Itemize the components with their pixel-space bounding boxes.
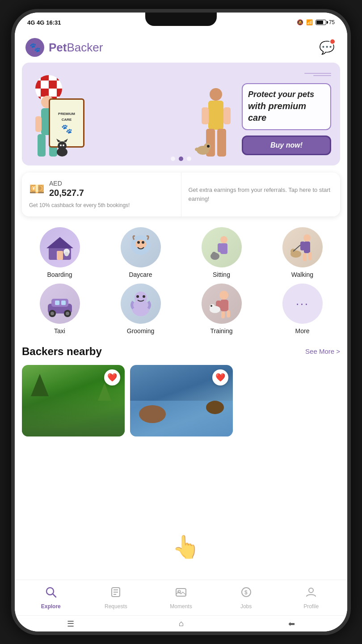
logo-icon: 🐾 xyxy=(25,38,44,57)
heart-button-2[interactable]: ❤️ xyxy=(212,369,228,386)
svg-line-43 xyxy=(293,245,300,251)
service-circle-training xyxy=(202,284,242,324)
nav-label-jobs: Jobs xyxy=(240,603,252,610)
app-header: 🐾 PetBacker 💬 xyxy=(15,32,347,63)
more-dots-icon: ··· xyxy=(296,297,309,311)
svg-rect-51 xyxy=(61,301,66,305)
nav-label-requests: Requests xyxy=(105,603,127,610)
app-content: 🐾 PetBacker 💬 xyxy=(15,32,347,580)
svg-point-49 xyxy=(66,312,69,315)
svg-point-16 xyxy=(60,144,62,146)
dot-3 xyxy=(187,157,191,161)
svg-point-62 xyxy=(210,304,215,309)
nav-icon-requests xyxy=(109,586,122,602)
svg-marker-23 xyxy=(46,237,73,248)
services-grid: BoardingDaycareSittingWalkingTaxiGroomin… xyxy=(22,227,340,335)
earnings-value: 20,527.7 xyxy=(49,188,84,198)
dot-1 xyxy=(171,157,175,161)
backer-card-1[interactable]: ❤️ xyxy=(22,365,125,436)
nav-item-requests[interactable]: Requests xyxy=(84,586,149,610)
wifi-icon: 📶 xyxy=(306,19,313,25)
earnings-right[interactable]: Get extra earnings from your referrals. … xyxy=(181,173,341,216)
svg-point-56 xyxy=(219,291,228,300)
service-label-taxi: Taxi xyxy=(54,327,65,335)
svg-rect-33 xyxy=(218,243,222,252)
svg-point-6 xyxy=(210,88,222,101)
service-circle-more: ··· xyxy=(282,284,323,324)
service-label-daycare: Daycare xyxy=(129,271,152,278)
service-item-taxi[interactable]: Taxi xyxy=(22,284,97,335)
svg-line-65 xyxy=(53,594,56,597)
services-section: BoardingDaycareSittingWalkingTaxiGroomin… xyxy=(15,224,347,338)
logo-emoji: 🐾 xyxy=(29,42,41,53)
backers-title: Backers nearby xyxy=(22,345,102,358)
service-item-training[interactable]: Training xyxy=(184,284,259,335)
bottom-nav: ExploreRequestsMoments$JobsProfile xyxy=(15,580,347,615)
svg-rect-9 xyxy=(217,129,226,157)
svg-rect-70 xyxy=(176,589,186,596)
svg-point-48 xyxy=(51,312,54,315)
svg-point-31 xyxy=(220,236,227,243)
svg-rect-11 xyxy=(223,107,231,124)
nav-item-jobs[interactable]: $Jobs xyxy=(214,586,279,610)
chat-button[interactable]: 💬 xyxy=(317,38,337,57)
status-icons: 🔕 📶 75 xyxy=(297,19,335,25)
svg-marker-14 xyxy=(56,139,61,142)
svg-point-53 xyxy=(132,300,150,316)
nav-label-moments: Moments xyxy=(170,603,192,610)
service-item-grooming[interactable]: Grooming xyxy=(103,284,178,335)
system-bar: ☰ ⌂ ⬅ xyxy=(15,615,347,631)
service-label-walking: Walking xyxy=(291,271,313,278)
service-item-sitting[interactable]: Sitting xyxy=(184,227,259,278)
phone-screen: 4G 4G 16:31 🔕 📶 75 🐾 xyxy=(15,13,347,631)
home-button[interactable]: ⌂ xyxy=(179,619,184,628)
carrier-time: 4G 4G 16:31 xyxy=(27,19,61,26)
nav-item-moments[interactable]: Moments xyxy=(148,586,214,610)
earnings-card[interactable]: 💴 AED 20,527.7 Get 10% cashback for ever… xyxy=(22,173,340,216)
banner-title: Protect your pets with premium care xyxy=(248,89,325,123)
backers-grid: ❤️ ❤️ xyxy=(22,365,340,436)
svg-point-20 xyxy=(195,148,199,151)
nav-label-profile: Profile xyxy=(303,603,319,610)
battery-icon xyxy=(316,20,326,25)
svg-rect-45 xyxy=(51,299,68,307)
service-item-boarding[interactable]: Boarding xyxy=(22,227,97,278)
heart-icon-1: ❤️ xyxy=(107,373,117,382)
svg-point-21 xyxy=(207,145,210,148)
banner-inner: PREMIUM CARE 🐾 xyxy=(22,63,340,165)
svg-point-64 xyxy=(46,588,54,595)
svg-rect-10 xyxy=(202,107,209,124)
svg-rect-4 xyxy=(35,116,42,132)
service-item-walking[interactable]: Walking xyxy=(265,227,340,278)
battery-label: 75 xyxy=(329,19,335,25)
service-circle-grooming xyxy=(121,284,161,324)
nav-icon-moments xyxy=(175,586,187,602)
service-label-sitting: Sitting xyxy=(213,271,230,278)
see-more-link[interactable]: See More > xyxy=(305,347,340,355)
menu-button[interactable]: ☰ xyxy=(67,619,74,629)
svg-rect-7 xyxy=(208,101,223,130)
nav-item-explore[interactable]: Explore xyxy=(18,586,84,610)
service-circle-walking xyxy=(282,227,323,267)
nav-icon-profile xyxy=(305,586,317,602)
banner-section[interactable]: PREMIUM CARE 🐾 xyxy=(22,63,340,165)
svg-point-63 xyxy=(210,305,212,307)
banner-dots xyxy=(171,157,191,161)
svg-point-13 xyxy=(58,141,67,150)
service-label-more: More xyxy=(295,327,310,335)
service-item-daycare[interactable]: Daycare xyxy=(103,227,178,278)
svg-rect-60 xyxy=(227,310,230,318)
back-button[interactable]: ⬅ xyxy=(288,619,295,629)
service-circle-taxi xyxy=(40,284,80,324)
earnings-sub-text: Get 10% cashback for every 5th bookings! xyxy=(29,202,174,209)
svg-point-26 xyxy=(64,252,69,256)
svg-rect-39 xyxy=(303,253,307,261)
svg-point-74 xyxy=(309,588,313,593)
nav-item-profile[interactable]: Profile xyxy=(278,586,344,610)
buy-now-button[interactable]: Buy now! xyxy=(242,136,331,155)
service-item-more[interactable]: ···More xyxy=(265,284,340,335)
heart-button-1[interactable]: ❤️ xyxy=(104,369,120,386)
backer-card-2[interactable]: ❤️ xyxy=(130,365,233,436)
service-circle-daycare xyxy=(121,227,161,267)
backers-header: Backers nearby See More > xyxy=(22,345,340,358)
